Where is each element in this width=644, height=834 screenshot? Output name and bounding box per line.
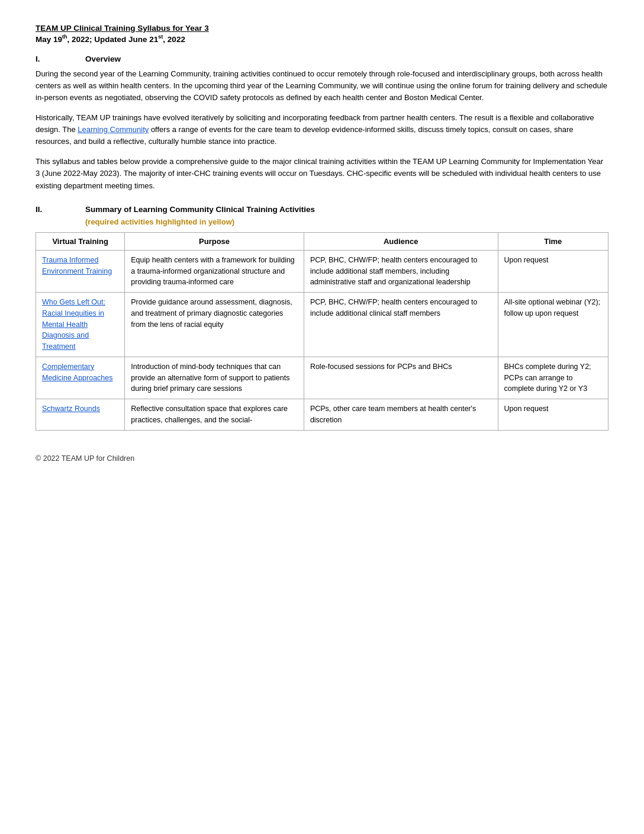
audience-2: PCP, BHC, CHW/FP; health centers encoura…	[304, 293, 498, 357]
table-row: Who Gets Left Out:Racial Inequities inMe…	[36, 293, 608, 357]
doc-title: TEAM UP Clinical Training Syllabus for Y…	[36, 24, 608, 33]
purpose-2: Provide guidance around assessment, diag…	[125, 293, 304, 357]
overview-para-2: Historically, TEAM UP trainings have evo…	[36, 112, 608, 147]
col-header-purpose: Purpose	[125, 232, 304, 250]
audience-1: PCP, BHC, CHW/FP; health centers encoura…	[304, 250, 498, 292]
subtitle-rest: , 2022; Updated June 21	[67, 35, 159, 44]
overview-para-3: This syllabus and tables below provide a…	[36, 156, 608, 191]
audience-3: Role-focused sessions for PCPs and BHCs	[304, 357, 498, 399]
col-header-time: Time	[498, 232, 608, 250]
training-table: Virtual Training Purpose Audience Time T…	[36, 232, 608, 431]
section-i-heading: Overview	[85, 54, 121, 63]
training-link-3[interactable]: ComplementaryMedicine Approaches	[36, 357, 125, 399]
table-row: Schwartz Rounds Reflective consultation …	[36, 399, 608, 431]
footer: © 2022 TEAM UP for Children	[36, 454, 608, 463]
audience-4: PCPs, other care team members at health …	[304, 399, 498, 431]
training-link-2[interactable]: Who Gets Left Out:Racial Inequities inMe…	[36, 293, 125, 357]
subtitle-date: May 19	[36, 35, 62, 44]
learning-community-link[interactable]: Learning Community	[78, 125, 149, 134]
time-4: Upon request	[498, 399, 608, 431]
subtitle-date-sup: th	[62, 34, 67, 40]
table-row: Trauma Informed Environment Training Equ…	[36, 250, 608, 292]
training-link-4[interactable]: Schwartz Rounds	[36, 399, 125, 431]
section-ii-label: II.	[36, 205, 71, 214]
col-header-training: Virtual Training	[36, 232, 125, 250]
required-note: (required activities highlighted in yell…	[85, 217, 608, 226]
subtitle-end: , 2022	[163, 35, 185, 44]
section-i-label: I.	[36, 54, 71, 63]
time-3: BHCs complete during Y2; PCPs can arrang…	[498, 357, 608, 399]
table-row: ComplementaryMedicine Approaches Introdu…	[36, 357, 608, 399]
time-2: All-site optional webinar (Y2); follow u…	[498, 293, 608, 357]
overview-para-1: During the second year of the Learning C…	[36, 68, 608, 104]
training-link-1[interactable]: Trauma Informed Environment Training	[36, 250, 125, 292]
doc-subtitle: May 19th, 2022; Updated June 21st, 2022	[36, 34, 608, 44]
section-ii-heading: Summary of Learning Community Clinical T…	[85, 205, 315, 214]
time-1: Upon request	[498, 250, 608, 292]
purpose-3: Introduction of mind-body techniques tha…	[125, 357, 304, 399]
purpose-1: Equip health centers with a framework fo…	[125, 250, 304, 292]
col-header-audience: Audience	[304, 232, 498, 250]
purpose-4: Reflective consultation space that explo…	[125, 399, 304, 431]
